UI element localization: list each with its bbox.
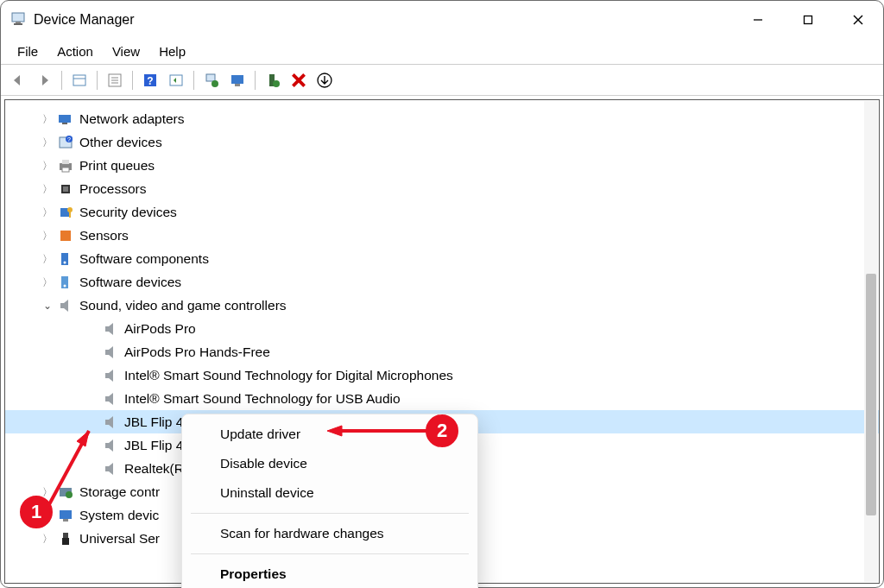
- chevron-right-icon[interactable]: 〉: [40, 114, 55, 124]
- context-uninstall-device[interactable]: Uninstall device: [182, 478, 477, 508]
- context-scan-hardware[interactable]: Scan for hardware changes: [182, 519, 477, 548]
- software-components-icon: [57, 250, 74, 268]
- category-software-devices[interactable]: 〉 Software devices: [5, 270, 879, 294]
- svg-rect-43: [60, 510, 72, 519]
- speaker-icon: [102, 367, 119, 384]
- device-intel-sst-usb-audio[interactable]: Intel® Smart Sound Technology for USB Au…: [5, 387, 879, 410]
- speaker-icon: [102, 390, 119, 408]
- speaker-icon: [102, 460, 119, 477]
- toolbar-update-driver-button[interactable]: [199, 68, 224, 92]
- security-icon: [57, 204, 74, 221]
- svg-point-21: [273, 80, 280, 87]
- svg-text:?: ?: [67, 136, 71, 142]
- toolbar-back-button[interactable]: [6, 68, 30, 92]
- toolbar-properties-button[interactable]: [103, 68, 127, 92]
- software-devices-icon: [57, 274, 74, 291]
- svg-point-38: [64, 261, 66, 263]
- window-controls: [733, 1, 883, 39]
- svg-rect-46: [62, 538, 69, 545]
- device-airpods-pro[interactable]: AirPods Pro: [5, 317, 879, 340]
- toolbar-enable-button[interactable]: [261, 68, 285, 92]
- category-sensors[interactable]: 〉 Sensors: [5, 224, 879, 247]
- toolbar-forward-button[interactable]: [32, 68, 56, 92]
- toolbar-separator: [61, 71, 62, 90]
- storage-icon: [57, 484, 74, 501]
- cpu-icon: [57, 180, 74, 198]
- chevron-right-icon[interactable]: 〉: [40, 184, 55, 194]
- toolbar-uninstall-button[interactable]: [287, 68, 311, 92]
- category-sound-video-game[interactable]: ⌄ Sound, video and game controllers: [5, 294, 879, 317]
- chevron-down-icon[interactable]: ⌄: [40, 300, 55, 311]
- toolbar-action-button[interactable]: [164, 68, 188, 92]
- svg-rect-30: [62, 168, 69, 172]
- context-separator: [191, 513, 469, 514]
- svg-rect-29: [62, 160, 69, 164]
- close-button[interactable]: [833, 1, 883, 39]
- context-separator: [191, 553, 469, 554]
- app-icon: [9, 11, 27, 28]
- menu-help[interactable]: Help: [149, 41, 195, 61]
- other-devices-icon: ?: [57, 134, 74, 151]
- menubar: File Action View Help: [1, 39, 883, 65]
- chevron-right-icon[interactable]: 〉: [40, 137, 55, 148]
- menu-action[interactable]: Action: [47, 41, 103, 61]
- chevron-right-icon[interactable]: 〉: [40, 231, 55, 241]
- svg-rect-19: [235, 84, 240, 86]
- svg-rect-7: [73, 75, 85, 85]
- system-icon: [57, 507, 74, 524]
- network-icon: [57, 111, 74, 128]
- minimize-button[interactable]: [733, 1, 783, 39]
- toolbar-down-button[interactable]: [313, 68, 337, 92]
- maximize-button[interactable]: [783, 1, 833, 39]
- category-software-components[interactable]: 〉 Software components: [5, 247, 879, 270]
- svg-rect-32: [63, 187, 68, 192]
- svg-rect-23: [59, 115, 71, 123]
- window-title: Device Manager: [34, 12, 135, 28]
- speaker-icon: [102, 320, 119, 338]
- sensor-icon: [57, 227, 74, 244]
- annotation-badge-1: 1: [20, 496, 53, 528]
- toolbar: ?: [1, 65, 883, 96]
- svg-rect-24: [62, 123, 67, 124]
- svg-rect-45: [63, 533, 68, 538]
- category-network-adapters[interactable]: 〉 Network adapters: [5, 107, 879, 130]
- category-other-devices[interactable]: 〉 ? Other devices: [5, 130, 879, 154]
- category-print-queues[interactable]: 〉 Print queues: [5, 154, 879, 177]
- chevron-right-icon[interactable]: 〉: [40, 254, 55, 264]
- toolbar-separator: [193, 71, 194, 90]
- scrollbar[interactable]: [864, 101, 878, 582]
- speaker-icon: [102, 437, 119, 454]
- toolbar-show-hidden-button[interactable]: [67, 68, 92, 92]
- scrollbar-thumb[interactable]: [866, 274, 876, 515]
- speaker-icon: [102, 344, 119, 361]
- svg-rect-16: [206, 74, 215, 81]
- chevron-right-icon[interactable]: 〉: [40, 207, 55, 218]
- chevron-right-icon[interactable]: 〉: [40, 534, 55, 544]
- category-processors[interactable]: 〉 Processors: [5, 177, 879, 200]
- menu-view[interactable]: View: [103, 41, 149, 61]
- svg-rect-2: [14, 23, 22, 25]
- annotation-badge-2: 2: [426, 414, 458, 447]
- device-intel-sst-microphones[interactable]: Intel® Smart Sound Technology for Digita…: [5, 364, 879, 387]
- titlebar: Device Manager: [1, 1, 883, 39]
- toolbar-help-button[interactable]: ?: [138, 68, 162, 92]
- svg-rect-0: [12, 13, 24, 22]
- toolbar-scan-button[interactable]: [225, 68, 249, 92]
- chevron-right-icon[interactable]: 〉: [40, 161, 55, 171]
- context-disable-device[interactable]: Disable device: [182, 449, 477, 478]
- printer-icon: [57, 157, 74, 174]
- svg-rect-18: [231, 75, 243, 84]
- svg-rect-35: [69, 212, 71, 218]
- svg-rect-44: [63, 519, 68, 522]
- menu-file[interactable]: File: [8, 41, 47, 61]
- context-properties[interactable]: Properties: [182, 560, 477, 588]
- svg-point-40: [64, 284, 66, 287]
- chevron-right-icon[interactable]: 〉: [40, 487, 55, 497]
- usb-icon: [57, 530, 74, 547]
- svg-rect-1: [16, 22, 21, 23]
- chevron-right-icon[interactable]: 〉: [40, 277, 55, 288]
- svg-text:?: ?: [147, 75, 153, 87]
- category-security-devices[interactable]: 〉 Security devices: [5, 200, 879, 224]
- device-airpods-pro-handsfree[interactable]: AirPods Pro Hands-Free: [5, 340, 879, 364]
- window: Device Manager File Action View Help: [0, 0, 884, 588]
